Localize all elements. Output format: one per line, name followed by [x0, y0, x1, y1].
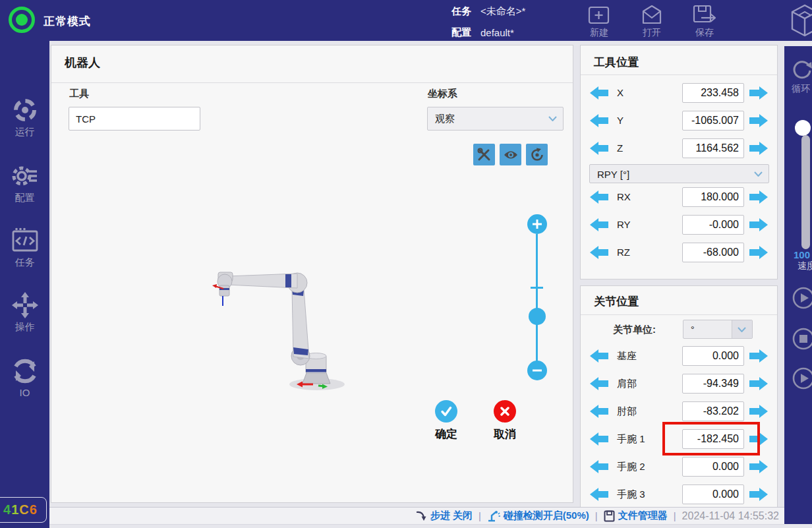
jog-plus-arrow-icon[interactable] — [749, 86, 768, 100]
save-icon — [693, 5, 716, 26]
step-arrow-icon — [416, 510, 427, 521]
axis-value-input[interactable] — [682, 138, 744, 158]
axis-value-input[interactable] — [682, 83, 744, 103]
safety-code-display: 4 1 C 6 — [0, 497, 47, 523]
speed-slider-handle[interactable] — [795, 120, 811, 136]
joint-value-input[interactable] — [682, 429, 744, 449]
separator: | — [595, 510, 598, 521]
joint-value-input[interactable] — [682, 401, 744, 421]
jog-minus-arrow-icon[interactable] — [589, 190, 609, 204]
jog-minus-arrow-icon[interactable] — [589, 86, 609, 100]
sidebar-item-operate[interactable]: 操作 — [0, 291, 49, 334]
file-manager-text: 文件管理器 — [618, 510, 668, 522]
axis-label: Y — [617, 115, 624, 126]
stop-button[interactable] — [792, 328, 812, 350]
joint-unit-dropdown[interactable]: ° — [683, 320, 753, 339]
cancel-label: 取消 — [488, 426, 521, 442]
joint-position-panel: 关节位置 关节单位: ° 基座 肩部 肘部 — [580, 285, 778, 508]
zoom-in-button[interactable] — [527, 214, 547, 234]
zoom-out-button[interactable] — [527, 361, 547, 380]
sidebar-item-task[interactable]: 任务 — [0, 227, 49, 269]
code-char: 6 — [30, 502, 38, 517]
joint-row-wrist2: 手腕 2 — [581, 457, 777, 477]
scene-cube-icon[interactable] — [790, 3, 812, 38]
jog-minus-arrow-icon[interactable] — [589, 459, 609, 474]
save-task-button[interactable]: 保存 — [685, 5, 724, 39]
jog-plus-arrow-icon[interactable] — [749, 245, 768, 260]
jog-minus-arrow-icon[interactable] — [589, 349, 609, 363]
step-play-button[interactable] — [792, 367, 812, 390]
check-icon — [439, 404, 453, 419]
confirm-label: 确定 — [430, 426, 463, 442]
move-arrows-icon — [11, 291, 39, 319]
file-manager-item[interactable]: 文件管理器 — [604, 510, 668, 522]
sidebar-item-config[interactable]: 配置 — [0, 162, 49, 204]
joint-unit-value: ° — [691, 324, 695, 335]
sidebar-item-io[interactable]: IO — [0, 357, 49, 398]
axis-label: Z — [617, 142, 623, 154]
joint-label: 基座 — [617, 350, 637, 363]
jog-plus-arrow-icon[interactable] — [749, 218, 768, 232]
jog-minus-arrow-icon[interactable] — [589, 113, 609, 128]
tool-row-z: Z — [581, 138, 777, 158]
axis-value-input[interactable] — [682, 187, 744, 207]
step-mode-text: 步进 关闭 — [430, 510, 473, 522]
frame-dropdown[interactable]: 观察 — [427, 107, 564, 131]
collision-status[interactable]: 碰撞检测开启(50%) — [487, 510, 589, 522]
jog-plus-arrow-icon[interactable] — [749, 404, 768, 419]
jog-minus-arrow-icon[interactable] — [589, 376, 609, 391]
tool-input[interactable] — [69, 107, 200, 131]
view-rotate-button[interactable] — [526, 144, 548, 165]
axis-value-input[interactable] — [682, 111, 744, 131]
jog-plus-arrow-icon[interactable] — [749, 349, 768, 363]
joint-value-input[interactable] — [682, 457, 744, 477]
new-file-icon — [588, 5, 610, 26]
jog-minus-arrow-icon[interactable] — [589, 141, 609, 156]
axis-label: RX — [617, 191, 631, 202]
jog-plus-arrow-icon[interactable] — [749, 487, 768, 502]
jog-plus-arrow-icon[interactable] — [749, 113, 768, 128]
joint-value-input[interactable] — [682, 484, 744, 504]
config-value: default* — [480, 27, 514, 38]
rotation-unit-dropdown[interactable]: RPY [°] — [589, 164, 769, 183]
axis-value-input[interactable] — [682, 215, 744, 235]
robot-panel-title: 机器人 — [65, 55, 100, 71]
joint-value-input[interactable] — [682, 346, 744, 366]
jog-minus-arrow-icon[interactable] — [589, 218, 609, 232]
jog-plus-arrow-icon[interactable] — [749, 376, 768, 391]
jog-minus-arrow-icon[interactable] — [589, 404, 609, 419]
open-task-button[interactable]: 打开 — [633, 5, 671, 39]
jog-plus-arrow-icon[interactable] — [749, 190, 768, 204]
divider — [581, 314, 777, 315]
jog-plus-arrow-icon[interactable] — [749, 432, 768, 446]
cancel-button[interactable] — [494, 400, 516, 423]
speed-value: 100 — [794, 249, 810, 260]
view-tools-button[interactable] — [473, 144, 495, 165]
play-button[interactable] — [792, 287, 812, 309]
mode-label: 正常模式 — [44, 14, 91, 29]
left-sidebar: 运行 配置 任务 — [0, 41, 49, 528]
axis-value-input[interactable] — [682, 243, 744, 262]
view-visibility-button[interactable] — [500, 144, 521, 165]
jog-minus-arrow-icon[interactable] — [589, 487, 609, 502]
step-mode-status[interactable]: 步进 关闭 — [416, 510, 473, 522]
config-row: 配置 default* — [451, 26, 514, 38]
loop-icon[interactable] — [790, 57, 812, 80]
robot-3d-view[interactable] — [198, 237, 370, 395]
confirm-button[interactable] — [435, 400, 457, 423]
joint-label: 手腕 2 — [617, 461, 645, 473]
zoom-slider-handle[interactable] — [529, 308, 546, 325]
task-label: 任务 — [451, 5, 471, 18]
jog-plus-arrow-icon[interactable] — [749, 459, 768, 474]
joint-value-input[interactable] — [682, 374, 744, 394]
jog-minus-arrow-icon[interactable] — [589, 432, 609, 446]
joint-unit-label: 关节单位: — [613, 324, 656, 336]
sidebar-item-run[interactable]: 运行 — [0, 96, 49, 138]
jog-plus-arrow-icon[interactable] — [749, 141, 768, 156]
new-task-button[interactable]: 新建 — [580, 5, 618, 39]
jog-minus-arrow-icon[interactable] — [589, 245, 609, 260]
zoom-slider-track[interactable] — [536, 234, 538, 362]
speed-slider-track[interactable] — [801, 135, 810, 249]
right-edge-panel: 循环 100 速度 — [784, 46, 812, 524]
mode-status-icon — [9, 7, 35, 33]
